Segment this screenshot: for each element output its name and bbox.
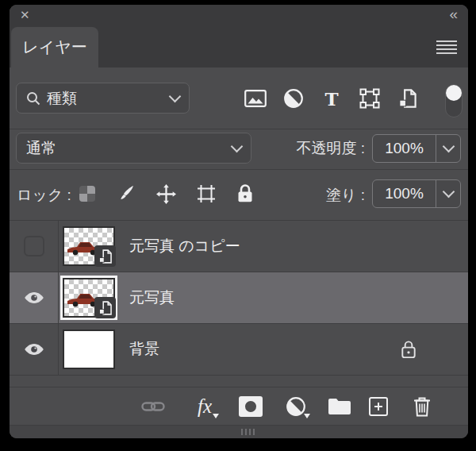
layer-style-fx-button[interactable]: fx — [190, 387, 219, 426]
opacity-field[interactable]: 100% — [372, 134, 461, 163]
layer-thumbnail[interactable] — [63, 330, 115, 369]
panel-menu-icon[interactable] — [436, 40, 457, 54]
filter-on-off-toggle[interactable] — [445, 84, 463, 118]
smart-object-badge — [94, 297, 116, 318]
filter-smart-objects-icon[interactable] — [394, 85, 421, 112]
layer-locked-icon — [400, 340, 417, 363]
layer-row-background[interactable]: 背景 — [10, 324, 468, 376]
new-group-folder-icon[interactable] — [327, 387, 352, 426]
close-icon[interactable]: ✕ — [20, 8, 30, 22]
visibility-toggle[interactable] — [10, 221, 59, 272]
fill-label: 塗り : — [311, 179, 365, 210]
chevron-down-icon — [169, 90, 182, 102]
tab-layers-label: レイヤー — [22, 37, 86, 58]
filter-shape-layers-icon[interactable] — [356, 85, 383, 112]
blend-mode-select[interactable]: 通常 — [16, 133, 251, 164]
filter-pixel-layers-icon[interactable] — [242, 85, 269, 112]
lock-all-padlock-icon[interactable] — [236, 183, 254, 204]
new-adjustment-layer-icon[interactable] — [284, 387, 308, 426]
chevron-down-icon — [231, 140, 244, 152]
eye-icon — [24, 343, 44, 356]
chevron-down-icon — [442, 141, 455, 153]
layer-row-moto-shashin-copy[interactable]: 元写真 のコピー — [10, 221, 468, 272]
collapse-panel-icon[interactable]: « — [449, 6, 457, 23]
visibility-toggle[interactable] — [10, 324, 59, 375]
filter-type-layers-icon[interactable]: T — [318, 85, 345, 112]
lock-transparent-pixels-icon[interactable] — [79, 186, 95, 202]
filter-buttons: T — [242, 83, 421, 114]
layer-name[interactable]: 元写真 — [129, 272, 175, 323]
lock-artboard-frame-icon[interactable] — [197, 184, 216, 203]
dropdown-triangle-icon — [213, 414, 219, 418]
lock-image-pixels-brush-icon[interactable] — [116, 184, 135, 203]
layer-thumbnail[interactable] — [63, 226, 115, 266]
visibility-toggle[interactable] — [10, 272, 59, 323]
fill-value[interactable]: 100% — [373, 180, 436, 207]
panel-title-bar[interactable]: ✕ « — [10, 5, 468, 27]
divider — [10, 129, 468, 129]
layer-row-moto-shashin[interactable]: 元写真 — [10, 272, 468, 324]
search-icon — [26, 91, 40, 106]
opacity-label: 不透明度 : — [248, 133, 365, 164]
bottom-toolbar: fx — [10, 387, 468, 426]
layer-thumbnail[interactable] — [63, 278, 115, 318]
layers-panel: ✕ « レイヤー 種類 T — [10, 5, 468, 438]
new-layer-icon[interactable] — [367, 387, 390, 426]
filter-type-label: 種類 — [47, 88, 77, 109]
eye-icon — [24, 291, 44, 304]
opacity-dropdown-button[interactable] — [436, 135, 460, 162]
visibility-empty-well — [24, 236, 44, 256]
lock-label: ロック : — [17, 179, 74, 210]
link-layers-icon[interactable] — [140, 387, 166, 426]
desktop-background: ✕ « レイヤー 種類 T — [0, 0, 476, 451]
layer-name[interactable]: 背景 — [129, 324, 159, 375]
lock-position-move-icon[interactable] — [156, 184, 176, 204]
toggle-knob — [446, 85, 462, 101]
panel-bottom-strip — [10, 425, 468, 438]
chevron-down-icon — [442, 186, 455, 199]
fx-label: fx — [198, 395, 212, 418]
tab-layers[interactable]: レイヤー — [11, 27, 98, 67]
divider — [10, 169, 468, 170]
opacity-value[interactable]: 100% — [373, 135, 436, 162]
filter-type-select[interactable]: 種類 — [16, 83, 190, 114]
blend-mode-value: 通常 — [26, 138, 56, 159]
delete-layer-trash-icon[interactable] — [411, 387, 433, 426]
resize-grip-handle[interactable] — [233, 429, 262, 435]
add-layer-mask-icon[interactable] — [238, 387, 263, 426]
filter-adjustment-layers-icon[interactable] — [280, 85, 307, 112]
lock-buttons — [79, 179, 254, 208]
fill-field[interactable]: 100% — [372, 179, 461, 208]
smart-object-badge — [94, 245, 116, 267]
dropdown-triangle-icon — [304, 414, 310, 418]
tab-bar: レイヤー — [10, 27, 468, 67]
layer-name[interactable]: 元写真 のコピー — [129, 221, 240, 272]
fill-dropdown-button[interactable] — [436, 180, 460, 207]
